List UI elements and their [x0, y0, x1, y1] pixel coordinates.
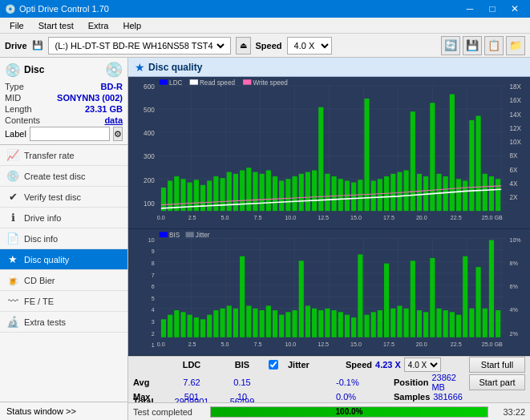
status-window-label: Status window >>	[6, 406, 76, 416]
svg-text:10.0: 10.0	[285, 340, 296, 347]
nav-create-test-disc[interactable]: 💿 Create test disc	[0, 166, 127, 187]
clipboard-button[interactable]: 📋	[484, 36, 504, 55]
stats-avg-row: Avg 7.62 0.15 -0.1% Position 23862 MB St…	[133, 373, 525, 392]
svg-rect-44	[338, 179, 343, 211]
disc-section: 💿 Disc 💿 Type BD-R MID SONYNN3 (002) Len…	[0, 58, 127, 145]
svg-rect-36	[285, 179, 290, 211]
start-full-button[interactable]: Start full	[469, 357, 525, 373]
disc-label-button[interactable]: ⚙	[113, 127, 123, 141]
close-button[interactable]: ✕	[504, 1, 525, 17]
svg-rect-158	[404, 309, 409, 337]
chart1-svg: 600 500 400 300 200 100 18X 16X 14X 12X …	[128, 77, 530, 228]
speed-select[interactable]: 4.0 X	[287, 37, 332, 55]
svg-text:15.0: 15.0	[350, 340, 362, 347]
svg-rect-135	[253, 309, 257, 337]
right-content: ★ Disc quality	[128, 58, 530, 420]
disc-header: 💿 Disc 💿	[5, 61, 123, 79]
disc-quality-icon: ★	[6, 253, 19, 265]
chart2-svg: 10 9 8 7 6 5 4 3 2 1 10% 8% 6% 4% 2%	[128, 229, 530, 355]
nav-verify-test-disc[interactable]: ✔ Verify test disc	[0, 187, 127, 208]
svg-rect-171	[489, 240, 494, 337]
left-panel: 💿 Disc 💿 Type BD-R MID SONYNN3 (002) Len…	[0, 58, 128, 420]
speed-label: Speed	[256, 41, 282, 50]
svg-text:0.0: 0.0	[157, 214, 165, 221]
svg-rect-142	[299, 260, 304, 337]
svg-rect-29	[240, 170, 245, 211]
speed-mode-select[interactable]: 4.0 X	[404, 357, 441, 372]
svg-text:3: 3	[152, 317, 155, 325]
svg-rect-26	[220, 178, 225, 211]
jitter-check-box[interactable]	[269, 360, 281, 370]
svg-rect-123	[174, 310, 179, 337]
disc-field-type: Type BD-R	[5, 82, 123, 91]
svg-rect-143	[305, 305, 310, 337]
eject-button[interactable]: ⏏	[236, 37, 251, 55]
nav-cd-bier[interactable]: 🍺 CD Bier	[0, 270, 127, 291]
svg-text:200: 200	[144, 176, 155, 184]
drive-label: Drive	[5, 41, 27, 50]
svg-text:8: 8	[152, 259, 155, 266]
speed-avg-val: 4.23 X	[375, 360, 401, 370]
svg-text:14X: 14X	[509, 110, 521, 118]
svg-text:22.5: 22.5	[451, 214, 462, 221]
svg-rect-167	[463, 256, 467, 337]
svg-text:7: 7	[152, 271, 155, 278]
drive-select-input[interactable]: (L:) HL-DT-ST BD-RE WH16NS58 TST4	[52, 40, 227, 51]
menu-help[interactable]: Help	[116, 19, 148, 32]
svg-rect-59	[436, 174, 441, 211]
nav-disc-quality[interactable]: ★ Disc quality	[0, 249, 127, 270]
svg-text:7.5: 7.5	[253, 340, 261, 347]
drive-selector[interactable]: (L:) HL-DT-ST BD-RE WH16NS58 TST4	[48, 37, 231, 55]
svg-text:4X: 4X	[509, 180, 517, 188]
jitter-checkbox[interactable]	[269, 360, 278, 370]
menu-bar: File Start test Extra Help	[0, 18, 530, 34]
verify-test-disc-icon: ✔	[6, 191, 19, 203]
svg-rect-47	[358, 180, 362, 211]
jitter-header: Jitter	[288, 360, 336, 370]
minimize-button[interactable]: ─	[459, 1, 480, 17]
svg-text:20.0: 20.0	[416, 340, 427, 347]
nav-disc-info[interactable]: 📄 Disc info	[0, 228, 127, 249]
svg-rect-199	[160, 232, 168, 237]
disc-header-text: Disc	[24, 64, 44, 75]
svg-rect-31	[253, 172, 257, 212]
export-button[interactable]: 📁	[506, 36, 525, 55]
disc-label-input[interactable]	[30, 127, 110, 141]
svg-rect-32	[260, 174, 265, 211]
svg-rect-150	[351, 317, 356, 337]
main-layout: 💿 Disc 💿 Type BD-R MID SONYNN3 (002) Len…	[0, 58, 530, 420]
svg-text:2X: 2X	[509, 193, 517, 201]
disc-header-icon: 💿	[5, 63, 21, 78]
menu-extra[interactable]: Extra	[82, 19, 115, 32]
svg-rect-148	[338, 312, 343, 337]
nav-drive-info[interactable]: ℹ Drive info	[0, 208, 127, 228]
refresh-button[interactable]: 🔄	[441, 36, 460, 55]
nav-transfer-rate[interactable]: 📈 Transfer rate	[0, 145, 127, 166]
svg-rect-132	[233, 309, 238, 337]
title-bar-controls: ─ □ ✕	[459, 1, 525, 17]
disc-quality-header-icon: ★	[135, 61, 145, 74]
drive-info-icon: ℹ	[6, 212, 19, 224]
start-part-button[interactable]: Start part	[469, 374, 525, 390]
save-button[interactable]: 💾	[463, 36, 482, 55]
svg-text:10: 10	[148, 236, 155, 243]
status-window[interactable]: Status window >>	[0, 402, 127, 420]
svg-text:Write speed: Write speed	[253, 78, 288, 86]
svg-text:9: 9	[152, 248, 155, 255]
svg-rect-165	[450, 312, 455, 337]
svg-text:6: 6	[152, 283, 155, 290]
svg-text:18X: 18X	[509, 83, 521, 91]
svg-rect-97	[190, 79, 198, 84]
drive-bar: Drive 💾 (L:) HL-DT-ST BD-RE WH16NS58 TST…	[0, 34, 530, 58]
svg-rect-163	[436, 309, 441, 337]
menu-file[interactable]: File	[3, 19, 30, 32]
svg-rect-42	[325, 174, 330, 211]
nav-fe-te[interactable]: 〰 FE / TE	[0, 291, 127, 312]
svg-rect-62	[456, 179, 461, 211]
maximize-button[interactable]: □	[482, 1, 503, 17]
menu-start-test[interactable]: Start test	[32, 19, 80, 32]
svg-rect-151	[358, 254, 362, 337]
time-text: 33:22	[493, 407, 525, 417]
nav-extra-tests[interactable]: 🔬 Extra tests	[0, 312, 127, 333]
svg-rect-35	[279, 180, 284, 211]
